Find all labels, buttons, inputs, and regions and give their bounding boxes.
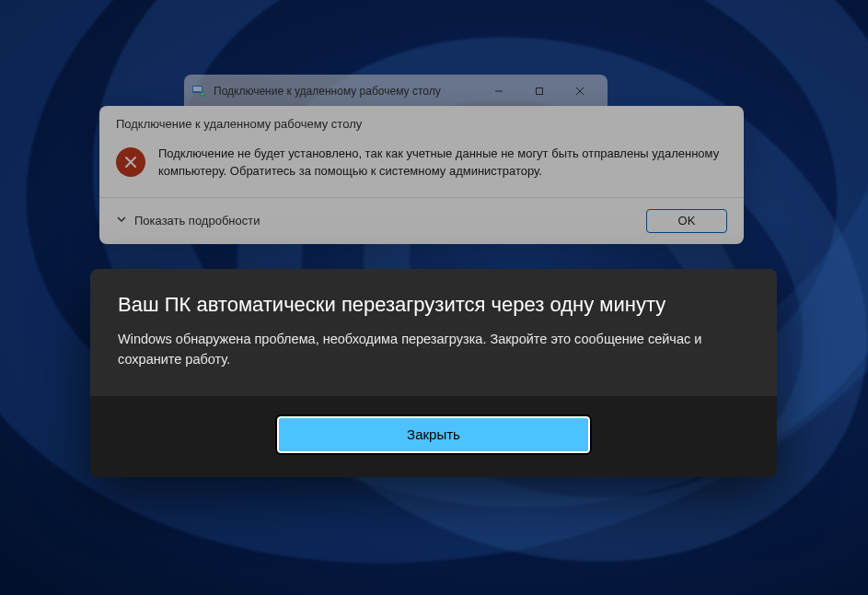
restart-dialog-message: Windows обнаружена проблема, необходима … [118, 330, 749, 370]
restart-dialog-title: Ваш ПК автоматически перезагрузится чере… [118, 293, 749, 317]
restart-dialog: Ваш ПК автоматически перезагрузится чере… [90, 269, 777, 477]
close-button[interactable]: Закрыть [277, 416, 590, 453]
